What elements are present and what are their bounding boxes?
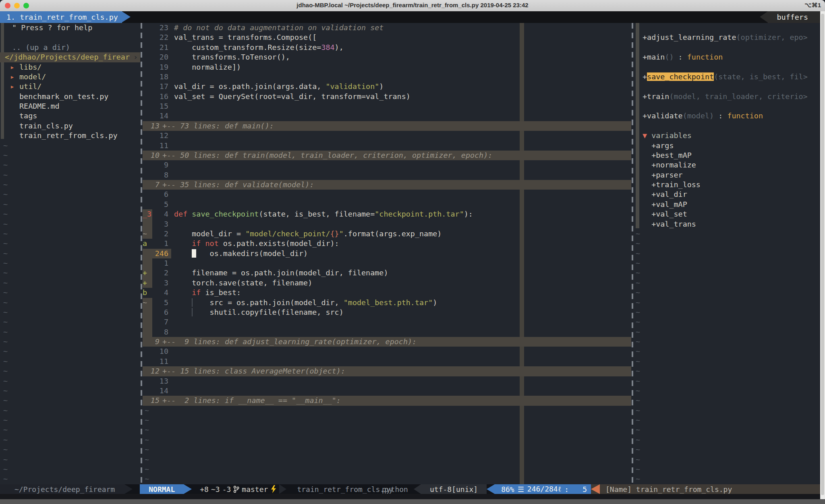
number-pad (168, 219, 171, 229)
fold-text: +-- 9 lines: def adjust_learning_rate(op… (162, 337, 417, 347)
tag-item[interactable]: +validate(model) : function (634, 111, 821, 121)
code-line[interactable]: 3 (143, 219, 631, 229)
code-line[interactable]: ~5 src = os.path.join(model_dir, "model_… (143, 298, 631, 308)
line-number: 12 (152, 131, 168, 140)
code-line[interactable]: b4 if is_best: (143, 288, 631, 297)
code-line[interactable]: 15 (143, 101, 631, 111)
code-line[interactable]: 19 normalize]) (143, 62, 631, 72)
editor-window[interactable]: 23# do not do data augmentation on valid… (143, 23, 631, 484)
tree-item-label: util/ (19, 82, 41, 91)
code-text: custom_transform.Resize(size=384), (171, 43, 631, 52)
code-line[interactable]: 22val_trans = transforms.Compose([ (143, 33, 631, 42)
terminal-scrollbar[interactable] (820, 11, 825, 499)
dir-expander-icon[interactable]: ▸ (10, 62, 19, 72)
code-line[interactable]: 14 (143, 386, 631, 396)
code-line[interactable]: 8 (143, 170, 631, 180)
folded-line[interactable]: 10+-- 50 lines: def train(model, train_l… (143, 151, 631, 160)
tree-item[interactable]: tags (0, 111, 140, 121)
code-text: normalize]) (171, 62, 631, 72)
code-line[interactable]: a1 if not os.path.exists(model_dir): (143, 239, 631, 248)
code-line[interactable]: 5 (143, 200, 631, 209)
tag-item[interactable]: +args (634, 141, 821, 151)
folded-line[interactable]: 12+-- 15 lines: class AverageMeter(objec… (143, 366, 631, 376)
empty-line: ~ (634, 337, 821, 347)
code-line[interactable]: 10 (143, 347, 631, 356)
line-number: 11 (152, 141, 168, 151)
code-line[interactable]: 21 custom_transform.Resize(size=384), (143, 43, 631, 52)
window-separator-right[interactable] (632, 23, 633, 484)
tag-item[interactable]: +adjust_learning_rate(optimizer, epo> (634, 33, 821, 42)
cursor-column: 5 (582, 485, 587, 494)
buffer-tab[interactable]: 1. train_retr_from_cls.py (0, 11, 122, 23)
gutter-sign: a (143, 239, 147, 248)
code-line[interactable]: 6 shutil.copyfile(filename, src) (143, 308, 631, 317)
tag-item[interactable]: +train(model, train_loader, criterio> (634, 92, 821, 101)
code-line[interactable]: 12 (143, 131, 631, 140)
folded-line[interactable]: 15+-- 2 lines: if __name__ == "__main__"… (143, 396, 631, 405)
tag-item[interactable]: +val_trans (634, 219, 821, 229)
tree-item[interactable]: ▸libs/ (0, 62, 140, 72)
code-line[interactable]: 1 (143, 258, 631, 268)
line-number: 13 (152, 376, 168, 386)
dir-expander-icon[interactable]: ▸ (10, 72, 19, 82)
code-line[interactable]: 20 transforms.ToTensor(), (143, 52, 631, 62)
code-line[interactable]: 13 (143, 376, 631, 386)
code-line[interactable]: 17val_dir = os.path.join(args.data, "val… (143, 82, 631, 91)
code-line[interactable]: 8 (143, 327, 631, 337)
code-line[interactable]: 14 (143, 111, 631, 121)
code-line[interactable]: 11 (143, 357, 631, 366)
tag-item[interactable]: +val_set (634, 209, 821, 219)
tag-item[interactable]: +parser (634, 170, 821, 180)
empty-line: ~ (0, 268, 140, 278)
tree-item[interactable] (0, 33, 140, 42)
code-line[interactable]: 18 (143, 72, 631, 82)
git-segment: +8 ~3 -3 master (192, 484, 279, 494)
tree-item-label: tags (19, 112, 37, 120)
sign-cell (143, 62, 152, 72)
tree-item[interactable]: .. (up a dir) (0, 43, 140, 52)
code-line[interactable]: 6 (143, 190, 631, 199)
empty-line: ~ (634, 386, 821, 396)
tag-item[interactable]: +val_mAP (634, 200, 821, 209)
sign-cell (143, 327, 152, 337)
empty-line: ~ (0, 258, 140, 268)
code-line[interactable]: +2 filename = os.path.join(model_dir, fi… (143, 268, 631, 278)
code-line[interactable]: 7 (143, 317, 631, 327)
code-line[interactable]: +3 torch.save(state, filename) (143, 278, 631, 288)
tag-item[interactable]: +train_loss (634, 180, 821, 190)
tree-item[interactable]: train_cls.py (0, 121, 140, 131)
tag-item[interactable]: +save_checkpoint(state, is_best, fil> (634, 72, 821, 82)
tag-item[interactable]: +normalize (634, 160, 821, 170)
code-line[interactable]: 246 os.makedirs(model_dir) (143, 249, 631, 258)
empty-line: ~ (0, 366, 140, 376)
window-separator-left[interactable] (141, 23, 142, 484)
tree-item[interactable]: README.md (0, 101, 140, 111)
tag-item[interactable]: +best_mAP (634, 151, 821, 160)
tree-item[interactable]: benchmark_on_test.py (0, 92, 140, 101)
code-line[interactable]: ~2 model_dir = "model/check_point/{}".fo… (143, 229, 631, 239)
statusline: ~/Projects/deep_firearm NORMAL +8 ~3 -3 (0, 484, 825, 494)
code-line[interactable]: 9 (143, 160, 631, 170)
empty-line: ~ (0, 337, 140, 347)
tree-item[interactable]: ▸util/ (0, 82, 140, 91)
tag-item[interactable]: ▼ variables (634, 131, 821, 140)
tree-item-label: train_retr_from_cls.py (19, 131, 118, 140)
tree-item[interactable]: train_retr_from_cls.py (0, 131, 140, 140)
code-line[interactable]: 16val_set = QuerySet(root=val_dir, trans… (143, 92, 631, 101)
tree-item[interactable]: " Press ? for help (0, 23, 140, 33)
nerdtree-scrollbar[interactable] (1, 23, 4, 139)
folded-line[interactable]: 13+-- 73 lines: def main(): (143, 121, 631, 131)
tabline: 1. train_retr_from_cls.py buffers (0, 11, 825, 23)
code-line[interactable]: 11 (143, 141, 631, 151)
sign-cell (143, 111, 152, 121)
code-line[interactable]: 23# do not do data augmentation on valid… (143, 23, 631, 33)
tree-item[interactable]: </jdhao/Projects/deep_firear› (0, 52, 140, 62)
tag-item[interactable]: +val_dir (634, 190, 821, 199)
folded-line[interactable]: 9+-- 9 lines: def adjust_learning_rate(o… (143, 337, 631, 347)
tree-item[interactable]: ▸model/ (0, 72, 140, 82)
terminal-scrollbar-thumb[interactable] (821, 14, 824, 495)
tag-item[interactable]: +main() : function (634, 52, 821, 62)
dir-expander-icon[interactable]: ▸ (10, 82, 19, 91)
folded-line[interactable]: 7+-- 35 lines: def validate(model): (143, 180, 631, 190)
code-line[interactable]: _34def save_checkpoint(state, is_best, f… (143, 209, 631, 219)
